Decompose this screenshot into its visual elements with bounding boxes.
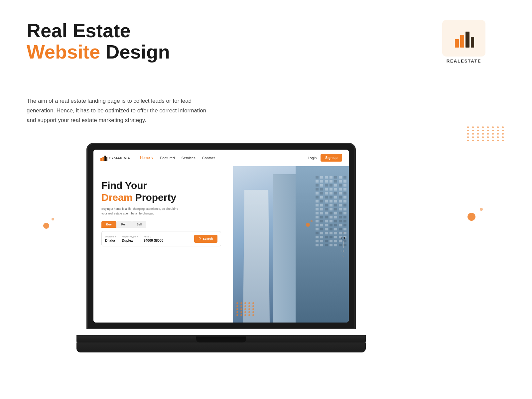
window-cell xyxy=(325,244,328,246)
nav-links: Home ∨ Featured Services Contact xyxy=(140,156,308,160)
nav-signup-button[interactable]: Sign up xyxy=(321,154,342,162)
window-cell xyxy=(330,228,332,230)
nav-link-contact[interactable]: Contact xyxy=(202,156,215,160)
window-cell xyxy=(343,200,346,202)
window-cell xyxy=(320,176,323,179)
window-cell xyxy=(320,184,323,187)
overlay-dot xyxy=(240,311,242,313)
window-cell xyxy=(339,212,342,214)
svg-rect-3 xyxy=(471,37,474,48)
website-nav: REALESTATE Home ∨ Featured Services Cont… xyxy=(93,150,349,166)
svg-rect-1 xyxy=(460,35,464,48)
tab-buy[interactable]: Buy xyxy=(101,221,116,228)
dot-decoration xyxy=(487,130,489,131)
window-cell xyxy=(316,216,319,218)
window-cell xyxy=(325,188,328,191)
overlay-dot xyxy=(252,314,254,316)
window-cell xyxy=(320,204,323,206)
window-cell xyxy=(343,184,346,187)
window-cell xyxy=(316,224,319,226)
nav-login[interactable]: Login xyxy=(308,156,317,160)
nav-link-home[interactable]: Home ∨ xyxy=(140,156,153,160)
dot-decoration xyxy=(502,136,504,138)
search-divider-1 xyxy=(119,234,119,243)
laptop-hinge xyxy=(196,336,246,342)
window-cell xyxy=(325,236,328,238)
window-cell xyxy=(330,180,332,183)
window-cell xyxy=(334,240,337,242)
dot-decoration xyxy=(472,130,474,131)
hero-title-orange: Dream xyxy=(101,192,132,203)
property-value: Duplex xyxy=(122,239,138,242)
dot-decoration xyxy=(467,130,469,131)
overlay-dot xyxy=(240,302,242,304)
title-dark: Design xyxy=(100,41,170,63)
price-field[interactable]: Price ∨ $4000-$8000 xyxy=(144,235,163,242)
search-button[interactable]: Search xyxy=(194,235,217,243)
window-cell xyxy=(325,208,328,210)
location-field[interactable]: Location ∨ Dhaka xyxy=(105,235,116,242)
dot-decoration xyxy=(492,126,494,128)
window-cell xyxy=(334,208,337,210)
window-cell xyxy=(334,232,337,234)
logo-box xyxy=(442,20,485,57)
overlay-dot xyxy=(236,311,238,313)
window-cell xyxy=(320,244,323,246)
window-cell xyxy=(316,188,319,191)
decoration-circle-left-sm xyxy=(52,218,54,220)
hero-title-line2: Dream Property xyxy=(101,192,226,203)
description-text: The aim of a real estate landing page is… xyxy=(27,96,213,125)
tab-sell[interactable]: Sell xyxy=(132,221,146,228)
window-cell xyxy=(339,216,342,218)
nav-link-featured[interactable]: Featured xyxy=(160,156,175,160)
slide-total: 06 xyxy=(341,249,345,253)
dot-decoration xyxy=(482,140,484,141)
svg-rect-5 xyxy=(102,157,104,161)
dot-decoration xyxy=(492,133,494,135)
overlay-dot xyxy=(248,302,250,304)
window-cell xyxy=(334,184,337,187)
dot-decoration xyxy=(472,126,474,128)
slide-current: 01 xyxy=(341,236,345,240)
tab-rent[interactable]: Rent xyxy=(116,221,132,228)
title-section: Real Estate Website Design xyxy=(27,20,170,63)
nav-logo-text: REALESTATE xyxy=(109,156,130,159)
svg-rect-4 xyxy=(100,158,102,161)
slide-down-arrow[interactable]: ∨ xyxy=(342,254,344,258)
window-cell xyxy=(330,196,332,199)
window-cell xyxy=(339,200,342,202)
overlay-dot xyxy=(248,305,250,307)
window-cell xyxy=(325,216,328,218)
window-cell xyxy=(334,224,337,226)
window-cell xyxy=(330,232,332,234)
overlay-dot xyxy=(236,308,238,310)
dot-decoration xyxy=(477,130,479,131)
window-cell xyxy=(316,212,319,214)
window-cell xyxy=(334,236,337,238)
window-cell xyxy=(339,204,342,206)
window-cell xyxy=(320,236,323,238)
dot-decoration xyxy=(482,126,484,128)
overlay-dot xyxy=(248,314,250,316)
nav-link-services[interactable]: Services xyxy=(182,156,196,160)
window-cell xyxy=(316,192,319,195)
location-value: Dhaka xyxy=(105,239,116,242)
window-cell xyxy=(325,212,328,214)
window-cell xyxy=(330,200,332,202)
window-cell xyxy=(325,196,328,199)
property-type-field[interactable]: Property type ∨ Duplex xyxy=(122,235,138,242)
overlay-dot xyxy=(244,314,246,316)
window-cell xyxy=(334,200,337,202)
dots-decoration-top-right: const dotsContainer = document.querySele… xyxy=(467,126,505,141)
window-cell xyxy=(343,180,346,183)
window-cell xyxy=(316,244,319,246)
window-cell xyxy=(325,240,328,242)
dot-decoration xyxy=(492,130,494,131)
dot-decoration xyxy=(467,136,469,138)
slide-up-arrow[interactable]: ∧ xyxy=(342,231,344,235)
window-cell xyxy=(320,192,323,195)
dot-decoration xyxy=(477,126,479,128)
dot-decoration xyxy=(477,136,479,138)
window-cell xyxy=(334,244,337,246)
dot-decoration xyxy=(492,136,494,138)
